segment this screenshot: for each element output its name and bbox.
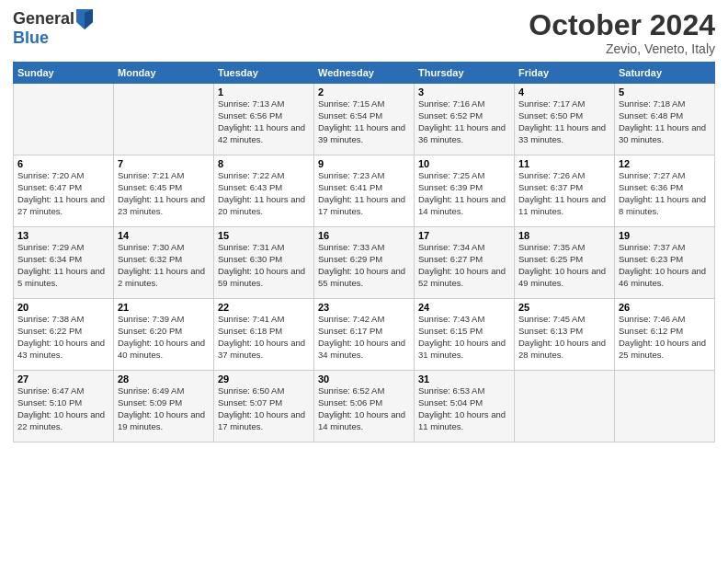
day-number: 11 [518,158,610,169]
calendar-cell: 12 Sunrise: 7:27 AMSunset: 6:36 PMDaylig… [615,155,715,227]
col-tuesday: Tuesday [214,63,314,84]
day-detail: Sunrise: 6:49 AMSunset: 5:09 PMDaylight:… [118,385,205,431]
calendar-table: Sunday Monday Tuesday Wednesday Thursday… [13,62,715,442]
logo: General Blue [13,9,93,48]
day-number: 17 [418,230,510,241]
month-title: October 2024 [529,9,715,41]
title-area: October 2024 Zevio, Veneto, Italy [529,9,715,56]
calendar-cell: 1 Sunrise: 7:13 AMSunset: 6:56 PMDayligh… [214,84,314,155]
page-container: General Blue October 2024 Zevio, Veneto,… [0,0,728,450]
calendar-week-1: 1 Sunrise: 7:13 AMSunset: 6:56 PMDayligh… [14,84,715,155]
day-number: 29 [218,373,310,385]
day-detail: Sunrise: 7:15 AMSunset: 6:54 PMDaylight:… [318,98,405,144]
day-number: 10 [418,158,510,169]
day-detail: Sunrise: 7:23 AMSunset: 6:41 PMDaylight:… [318,170,405,215]
calendar-cell: 13 Sunrise: 7:29 AMSunset: 6:34 PMDaylig… [14,227,114,299]
calendar-cell: 5 Sunrise: 7:18 AMSunset: 6:48 PMDayligh… [615,84,715,155]
calendar-cell [515,371,615,442]
col-saturday: Saturday [615,63,715,84]
calendar-cell: 21 Sunrise: 7:39 AMSunset: 6:20 PMDaylig… [114,299,214,371]
calendar-cell: 3 Sunrise: 7:16 AMSunset: 6:52 PMDayligh… [415,84,515,155]
calendar-cell: 24 Sunrise: 7:43 AMSunset: 6:15 PMDaylig… [415,299,515,371]
day-number: 8 [218,158,310,169]
calendar-cell: 19 Sunrise: 7:37 AMSunset: 6:23 PMDaylig… [615,227,715,299]
calendar-cell: 11 Sunrise: 7:26 AMSunset: 6:37 PMDaylig… [515,155,615,227]
day-detail: Sunrise: 7:33 AMSunset: 6:29 PMDaylight:… [318,242,405,287]
day-detail: Sunrise: 7:17 AMSunset: 6:50 PMDaylight:… [518,98,606,144]
calendar-cell: 6 Sunrise: 7:20 AMSunset: 6:47 PMDayligh… [14,155,114,227]
day-detail: Sunrise: 7:34 AMSunset: 6:27 PMDaylight:… [418,242,506,287]
header: General Blue October 2024 Zevio, Veneto,… [13,9,715,56]
calendar-cell: 8 Sunrise: 7:22 AMSunset: 6:43 PMDayligh… [214,155,314,227]
day-detail: Sunrise: 7:21 AMSunset: 6:45 PMDaylight:… [118,170,205,215]
calendar-cell: 4 Sunrise: 7:17 AMSunset: 6:50 PMDayligh… [515,84,615,155]
calendar-cell [114,84,214,155]
calendar-cell: 17 Sunrise: 7:34 AMSunset: 6:27 PMDaylig… [415,227,515,299]
subtitle: Zevio, Veneto, Italy [529,41,715,56]
calendar-cell: 7 Sunrise: 7:21 AMSunset: 6:45 PMDayligh… [114,155,214,227]
day-detail: Sunrise: 7:42 AMSunset: 6:17 PMDaylight:… [318,314,405,359]
day-detail: Sunrise: 7:39 AMSunset: 6:20 PMDaylight:… [118,314,205,359]
day-number: 2 [318,86,410,98]
calendar-cell: 31 Sunrise: 6:53 AMSunset: 5:04 PMDaylig… [415,371,515,442]
day-number: 16 [318,230,410,241]
day-number: 14 [118,230,210,241]
logo-icon [76,9,93,29]
col-sunday: Sunday [14,63,114,84]
day-detail: Sunrise: 7:29 AMSunset: 6:34 PMDaylight:… [17,242,105,287]
calendar-cell: 30 Sunrise: 6:52 AMSunset: 5:06 PMDaylig… [314,371,415,442]
day-number: 7 [118,158,210,169]
day-detail: Sunrise: 7:43 AMSunset: 6:15 PMDaylight:… [418,314,506,359]
day-number: 25 [518,302,610,313]
day-number: 15 [218,230,310,241]
calendar-cell: 16 Sunrise: 7:33 AMSunset: 6:29 PMDaylig… [314,227,415,299]
day-number: 3 [418,86,510,98]
calendar-cell: 27 Sunrise: 6:47 AMSunset: 5:10 PMDaylig… [14,371,114,442]
day-number: 24 [418,302,510,313]
calendar-cell: 28 Sunrise: 6:49 AMSunset: 5:09 PMDaylig… [114,371,214,442]
day-detail: Sunrise: 7:35 AMSunset: 6:25 PMDaylight:… [518,242,606,287]
day-detail: Sunrise: 7:46 AMSunset: 6:12 PMDaylight:… [619,314,706,359]
col-monday: Monday [114,63,214,84]
day-number: 23 [318,302,410,313]
day-number: 6 [17,158,109,169]
calendar-cell [615,371,715,442]
calendar-cell: 9 Sunrise: 7:23 AMSunset: 6:41 PMDayligh… [314,155,415,227]
day-detail: Sunrise: 7:38 AMSunset: 6:22 PMDaylight:… [17,314,105,359]
day-number: 13 [17,230,109,241]
day-detail: Sunrise: 7:16 AMSunset: 6:52 PMDaylight:… [418,98,506,144]
day-detail: Sunrise: 6:52 AMSunset: 5:06 PMDaylight:… [318,385,405,431]
day-detail: Sunrise: 7:25 AMSunset: 6:39 PMDaylight:… [418,170,506,215]
calendar-week-3: 13 Sunrise: 7:29 AMSunset: 6:34 PMDaylig… [14,227,715,299]
col-wednesday: Wednesday [314,63,415,84]
calendar-cell: 15 Sunrise: 7:31 AMSunset: 6:30 PMDaylig… [214,227,314,299]
calendar-cell: 10 Sunrise: 7:25 AMSunset: 6:39 PMDaylig… [415,155,515,227]
day-detail: Sunrise: 7:45 AMSunset: 6:13 PMDaylight:… [518,314,606,359]
day-number: 22 [218,302,310,313]
day-number: 30 [318,373,410,385]
calendar-cell: 14 Sunrise: 7:30 AMSunset: 6:32 PMDaylig… [114,227,214,299]
col-thursday: Thursday [415,63,515,84]
logo-blue: Blue [13,29,93,48]
day-detail: Sunrise: 7:30 AMSunset: 6:32 PMDaylight:… [118,242,205,287]
calendar-week-5: 27 Sunrise: 6:47 AMSunset: 5:10 PMDaylig… [14,371,715,442]
day-number: 5 [619,86,711,98]
day-detail: Sunrise: 7:27 AMSunset: 6:36 PMDaylight:… [619,170,706,215]
day-number: 21 [118,302,210,313]
logo-general: General [13,10,74,29]
calendar-cell: 29 Sunrise: 6:50 AMSunset: 5:07 PMDaylig… [214,371,314,442]
calendar-cell: 25 Sunrise: 7:45 AMSunset: 6:13 PMDaylig… [515,299,615,371]
day-number: 9 [318,158,410,169]
day-number: 1 [218,86,310,98]
day-number: 31 [418,373,510,385]
day-detail: Sunrise: 6:50 AMSunset: 5:07 PMDaylight:… [218,385,305,431]
day-number: 18 [518,230,610,241]
day-number: 28 [118,373,210,385]
day-number: 12 [619,158,711,169]
calendar-body: 1 Sunrise: 7:13 AMSunset: 6:56 PMDayligh… [14,84,715,442]
calendar-cell: 2 Sunrise: 7:15 AMSunset: 6:54 PMDayligh… [314,84,415,155]
calendar-cell: 26 Sunrise: 7:46 AMSunset: 6:12 PMDaylig… [615,299,715,371]
calendar-cell: 22 Sunrise: 7:41 AMSunset: 6:18 PMDaylig… [214,299,314,371]
day-number: 4 [518,86,610,98]
header-row: Sunday Monday Tuesday Wednesday Thursday… [14,63,715,84]
